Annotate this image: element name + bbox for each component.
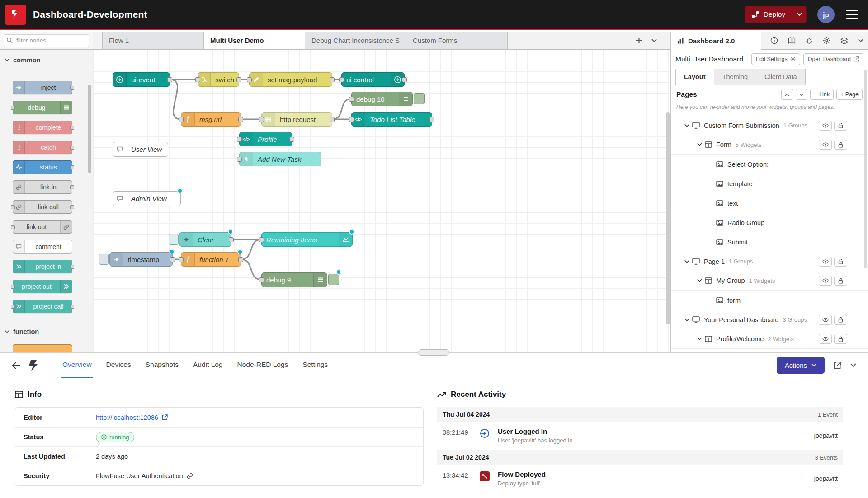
palette-node-function[interactable]: [13, 344, 72, 352]
node-port[interactable]: [229, 237, 234, 242]
sidebar-scrollbar[interactable]: [864, 70, 867, 268]
tree-group-row[interactable]: My Group 1 Widgets: [671, 271, 868, 291]
tree-widget-row[interactable]: Radio Group: [671, 213, 868, 232]
node-port[interactable]: [237, 157, 242, 162]
node-port[interactable]: [349, 117, 354, 122]
node-clear[interactable]: Clear: [179, 232, 231, 247]
activity-event-row[interactable]: 13:34:42 Flow Deployed Deploy type 'full…: [437, 465, 843, 493]
node-port[interactable]: [247, 77, 252, 82]
tree-page-row[interactable]: Page 1 1 Groups: [671, 252, 868, 271]
edit-settings-button[interactable]: Edit Settings: [751, 53, 800, 65]
wire[interactable]: [241, 240, 261, 259]
palette-node-complete[interactable]: complete: [13, 121, 72, 134]
flow-tab-custom-forms[interactable]: Custom Forms: [406, 32, 508, 49]
node-port[interactable]: [339, 77, 344, 82]
collapse-panel-caret[interactable]: [850, 363, 856, 367]
lock-toggle[interactable]: [834, 140, 847, 150]
filter-nodes-input[interactable]: [4, 34, 89, 47]
expand-all-button[interactable]: [796, 89, 807, 100]
node-port[interactable]: [259, 237, 264, 242]
canvas-scrollbar[interactable]: [666, 112, 670, 324]
visibility-toggle[interactable]: [819, 315, 832, 325]
node-msg-url[interactable]: ƒ msg.url: [181, 112, 241, 127]
chevron-down-icon[interactable]: [684, 318, 689, 322]
flow-list-caret[interactable]: [651, 39, 657, 42]
node-port[interactable]: [167, 77, 172, 82]
inject-button[interactable]: [99, 254, 109, 265]
visibility-toggle[interactable]: [819, 121, 832, 131]
palette-node-link-in[interactable]: link in: [13, 180, 72, 194]
node-add-new-task[interactable]: Add New Task: [239, 152, 321, 166]
add-flow-button[interactable]: [636, 37, 642, 44]
node-switch[interactable]: switch: [198, 72, 239, 87]
wire[interactable]: [332, 99, 351, 119]
node-debug-9[interactable]: debug 9: [261, 272, 327, 287]
node-http-request[interactable]: http request: [261, 112, 332, 127]
palette-node-inject[interactable]: inject: [13, 81, 72, 94]
node-todo-list-table[interactable]: </> Todo List Table: [351, 112, 432, 127]
node-set-msg-payload[interactable]: set msg.payload: [249, 72, 332, 87]
node-port[interactable]: [259, 277, 264, 282]
chevron-down-icon[interactable]: [697, 279, 702, 282]
node-port[interactable]: [170, 257, 175, 262]
tree-group-row[interactable]: Profile/Welcome 2 Widgets: [671, 329, 868, 349]
node-port[interactable]: [238, 257, 243, 262]
debug-toggle-button[interactable]: [328, 274, 339, 285]
deploy-button[interactable]: Deploy: [745, 6, 807, 23]
back-arrow-icon[interactable]: [12, 362, 21, 369]
node-function-1[interactable]: ƒ function 1: [181, 252, 241, 267]
node-ui-event[interactable]: ui-event: [113, 72, 170, 87]
palette-category-function[interactable]: function: [0, 325, 93, 338]
bug-icon[interactable]: [804, 35, 815, 46]
comment-user-view[interactable]: User View: [113, 142, 168, 157]
node-port[interactable]: [195, 77, 200, 82]
activity-event-row[interactable]: 08:21:49 User Logged In User 'joepavitt'…: [437, 422, 843, 450]
tree-widget-row[interactable]: Select Option:: [671, 155, 868, 174]
palette-category-common[interactable]: common: [0, 53, 93, 67]
debug-toggle-button[interactable]: [414, 93, 425, 104]
main-menu-icon[interactable]: [846, 10, 858, 19]
flow-tab-debug-chart[interactable]: Debug Chart Inconsistence S: [305, 32, 406, 49]
tab-layout[interactable]: Layout: [675, 69, 714, 85]
palette-node-project-out[interactable]: project out: [13, 280, 72, 293]
editor-link[interactable]: http://localhost:12086: [96, 414, 158, 421]
gear-icon[interactable]: [821, 35, 832, 46]
panel-resize-handle[interactable]: [418, 349, 449, 356]
actions-button[interactable]: Actions: [777, 357, 825, 374]
chevron-down-icon[interactable]: [856, 37, 865, 44]
node-profile[interactable]: </> Profile: [239, 132, 292, 146]
visibility-toggle[interactable]: [819, 276, 832, 286]
lock-toggle[interactable]: [834, 334, 847, 344]
chevron-down-icon[interactable]: [684, 124, 689, 127]
node-ui-control[interactable]: ui control: [341, 72, 405, 87]
node-port[interactable]: [289, 137, 294, 142]
lock-toggle[interactable]: [834, 257, 847, 267]
open-dashboard-button[interactable]: Open Dashboard: [803, 53, 863, 65]
open-external-icon[interactable]: [834, 362, 841, 369]
tree-group-row[interactable]: Form 5 Widgets: [671, 135, 868, 155]
tab-node-red-logs[interactable]: Node-RED Logs: [236, 353, 289, 378]
help-book-icon[interactable]: [786, 35, 797, 46]
link-chain-icon[interactable]: [187, 473, 193, 479]
visibility-toggle[interactable]: [819, 257, 832, 267]
node-port[interactable]: [349, 97, 354, 102]
layers-icon[interactable]: [839, 35, 850, 46]
tree-page-row[interactable]: Custom Form Submission 1 Groups: [671, 116, 868, 135]
visibility-toggle[interactable]: [819, 334, 832, 344]
chevron-down-icon[interactable]: [697, 337, 702, 341]
palette-node-project-call[interactable]: project call: [13, 300, 72, 313]
tree-widget-row[interactable]: text: [671, 193, 868, 213]
tab-overview[interactable]: Overview: [61, 353, 93, 378]
node-port[interactable]: [259, 117, 264, 122]
visibility-toggle[interactable]: [819, 140, 832, 150]
node-timestamp[interactable]: timestamp: [109, 252, 173, 267]
wire[interactable]: [241, 259, 261, 280]
palette-node-status[interactable]: status: [13, 160, 72, 174]
collapse-all-button[interactable]: [781, 89, 793, 100]
node-port[interactable]: [429, 117, 434, 122]
palette-node-link-out[interactable]: link out: [13, 220, 72, 234]
node-port[interactable]: [179, 117, 184, 122]
tree-widget-row[interactable]: template: [671, 174, 868, 193]
info-icon[interactable]: [769, 35, 780, 46]
lock-toggle[interactable]: [834, 315, 847, 325]
